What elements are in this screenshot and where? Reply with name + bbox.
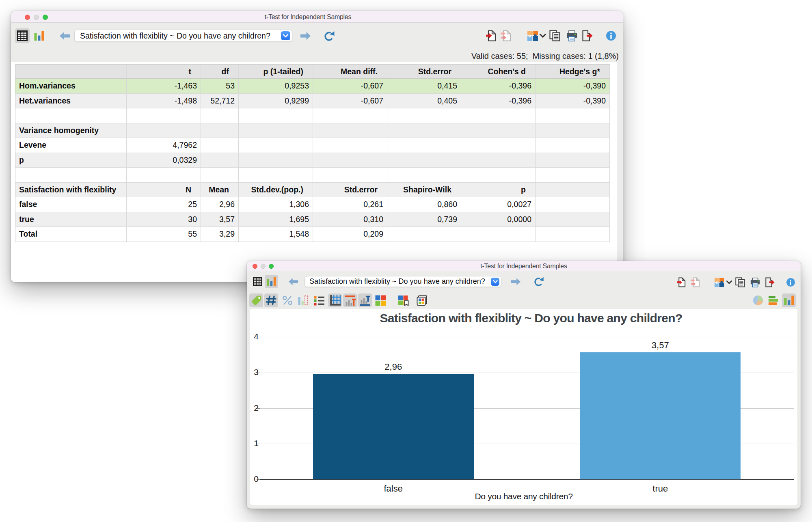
info-button[interactable] bbox=[604, 28, 618, 43]
combobox-chevron-button[interactable] bbox=[491, 278, 499, 286]
value-cell bbox=[461, 227, 536, 242]
reload-button[interactable] bbox=[322, 28, 337, 43]
palette-button[interactable] bbox=[374, 293, 387, 307]
row-label-cell bbox=[15, 108, 127, 123]
y-axis-tick-label: 0 bbox=[234, 474, 259, 484]
chevron-down-icon bbox=[493, 280, 498, 283]
title-bottom-button[interactable] bbox=[358, 293, 372, 307]
combobox-chevron-button[interactable] bbox=[281, 31, 290, 40]
bar-false[interactable] bbox=[313, 374, 474, 479]
row-label-cell: Levene bbox=[15, 138, 127, 153]
export-file-button[interactable] bbox=[762, 276, 777, 289]
copy-button[interactable] bbox=[546, 28, 563, 43]
save-palette-button[interactable] bbox=[396, 293, 410, 307]
title-top-icon bbox=[345, 295, 356, 306]
row-label-cell: Variance homogenity bbox=[15, 123, 127, 138]
value-cell bbox=[127, 168, 201, 183]
table-row[interactable] bbox=[15, 168, 610, 183]
value-cell bbox=[387, 153, 461, 168]
forward-button[interactable] bbox=[298, 28, 313, 43]
info-button[interactable] bbox=[784, 276, 797, 289]
table-row[interactable]: Variance homogenity bbox=[15, 123, 610, 138]
value-cell: 53 bbox=[201, 79, 239, 94]
value-cell: 55 bbox=[127, 227, 201, 242]
back-button[interactable] bbox=[57, 28, 72, 43]
value-cell: 0,415 bbox=[387, 79, 461, 94]
import-multiple-button[interactable] bbox=[498, 28, 514, 43]
percent-values-button[interactable] bbox=[281, 293, 294, 307]
window-ttest-table: t-Test for Independent Samples bbox=[11, 11, 623, 282]
table-row[interactable]: Satisfaction with flexiblityNMeanStd.dev… bbox=[15, 183, 610, 198]
table-row[interactable]: Levene4,7962 bbox=[15, 138, 610, 153]
print-button[interactable] bbox=[747, 276, 762, 289]
title-top-button[interactable] bbox=[343, 293, 357, 307]
copy-button[interactable] bbox=[733, 276, 747, 289]
value-cell bbox=[313, 108, 387, 123]
pie-chart-button[interactable] bbox=[751, 293, 765, 307]
value-cell: 30 bbox=[127, 212, 201, 227]
x-axis-title: Do you have any children? bbox=[250, 492, 797, 501]
value-cell: 2,96 bbox=[201, 197, 239, 212]
copy-icon bbox=[549, 30, 560, 41]
value-cell bbox=[201, 123, 239, 138]
titlebar[interactable]: t-Test for Independent Samples bbox=[11, 11, 623, 23]
absolute-values-button[interactable] bbox=[264, 293, 278, 307]
y-axis-tick-label: 3 bbox=[234, 367, 259, 377]
bar-true[interactable] bbox=[580, 352, 741, 479]
reload-button[interactable] bbox=[533, 275, 546, 288]
value-cell bbox=[313, 153, 387, 168]
import-multiple-button[interactable] bbox=[688, 276, 702, 289]
vertical-scrollbar-track[interactable] bbox=[618, 62, 623, 282]
table-view-icon bbox=[253, 277, 262, 286]
palettes-button[interactable] bbox=[415, 293, 429, 307]
import-file-icon bbox=[486, 30, 496, 41]
scale-bars-button[interactable] bbox=[296, 293, 309, 307]
back-button[interactable] bbox=[287, 275, 300, 288]
print-button[interactable] bbox=[563, 28, 580, 43]
horizontal-bars-button[interactable] bbox=[767, 293, 780, 307]
forward-button[interactable] bbox=[509, 275, 523, 288]
export-file-icon bbox=[582, 30, 593, 41]
import-file-button[interactable] bbox=[674, 276, 688, 289]
table-view-button[interactable] bbox=[251, 275, 264, 288]
forward-icon bbox=[300, 32, 311, 40]
plugins-menu-button[interactable] bbox=[726, 276, 733, 289]
titlebar[interactable]: t-Test for Independent Samples bbox=[247, 261, 801, 271]
import-file-button[interactable] bbox=[484, 28, 498, 43]
value-cell bbox=[387, 108, 461, 123]
value-cell bbox=[387, 227, 461, 242]
chart-view-button[interactable] bbox=[265, 275, 278, 288]
table-row[interactable]: p0,0329 bbox=[15, 153, 610, 168]
result-selector-combobox[interactable]: Satisfaction with flexiblity ~ Do you ha… bbox=[74, 30, 292, 42]
legend-icon bbox=[313, 295, 324, 306]
results-table[interactable]: tdfp (1-tailed)Mean diff.Std.errorCohen'… bbox=[15, 64, 610, 242]
table-row[interactable]: Het.variances-1,49852,7120,9299-0,6070,4… bbox=[15, 94, 610, 109]
table-row[interactable]: true303,571,6950,3100,7390,0000 bbox=[15, 212, 610, 227]
table-row[interactable] bbox=[15, 108, 610, 123]
plugins-icon bbox=[527, 30, 539, 41]
chart-view-button[interactable] bbox=[32, 28, 46, 43]
plugins-button[interactable] bbox=[713, 276, 726, 289]
table-row[interactable]: false252,961,3060,2610,8600,0027 bbox=[15, 197, 610, 212]
table-view-button[interactable] bbox=[15, 28, 30, 43]
plugins-button[interactable] bbox=[526, 28, 540, 43]
row-label-cell: Het.variances bbox=[15, 94, 127, 109]
value-cell bbox=[201, 168, 239, 183]
value-cell: -0,390 bbox=[536, 94, 610, 109]
labels-tag-button[interactable] bbox=[249, 293, 263, 307]
value-cell bbox=[387, 123, 461, 138]
value-cell bbox=[536, 227, 610, 242]
plugins-menu-button[interactable] bbox=[540, 28, 546, 43]
result-selector-combobox[interactable]: Satisfaction with flexiblity ~ Do you ha… bbox=[304, 276, 501, 287]
vertical-bars-button[interactable] bbox=[782, 293, 796, 307]
value-cell: p bbox=[461, 183, 536, 198]
grid-button[interactable] bbox=[328, 293, 342, 307]
table-row[interactable]: Hom.variances-1,463530,9253-0,6070,415-0… bbox=[15, 79, 610, 94]
toolbar-right-icons bbox=[484, 28, 618, 43]
legend-button[interactable] bbox=[312, 293, 326, 307]
export-file-button[interactable] bbox=[580, 28, 595, 43]
forward-icon bbox=[511, 278, 520, 285]
value-cell bbox=[239, 138, 313, 153]
chart-view-icon bbox=[267, 277, 276, 286]
table-row[interactable]: Total553,291,5480,209 bbox=[15, 227, 610, 242]
